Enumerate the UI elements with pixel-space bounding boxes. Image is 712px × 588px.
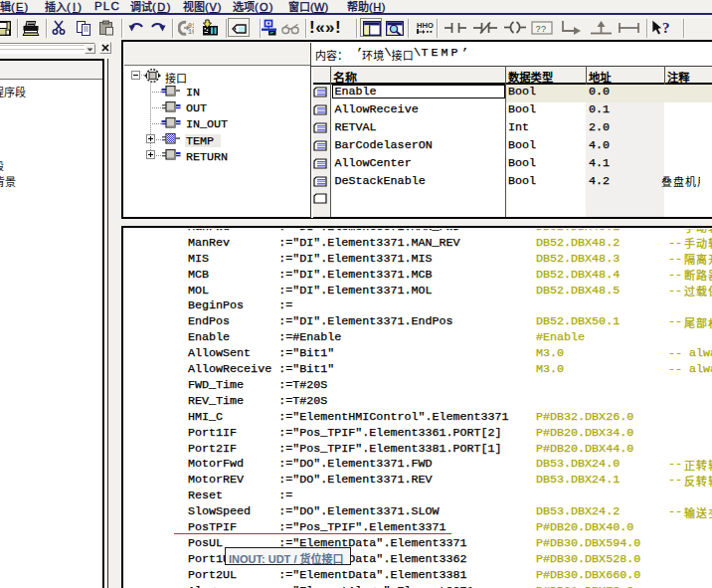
svg-text:10: 10 bbox=[188, 29, 194, 36]
svg-text:?: ? bbox=[662, 20, 670, 36]
svg-text:O: O bbox=[428, 21, 434, 30]
svg-text:??: ?? bbox=[536, 25, 547, 35]
